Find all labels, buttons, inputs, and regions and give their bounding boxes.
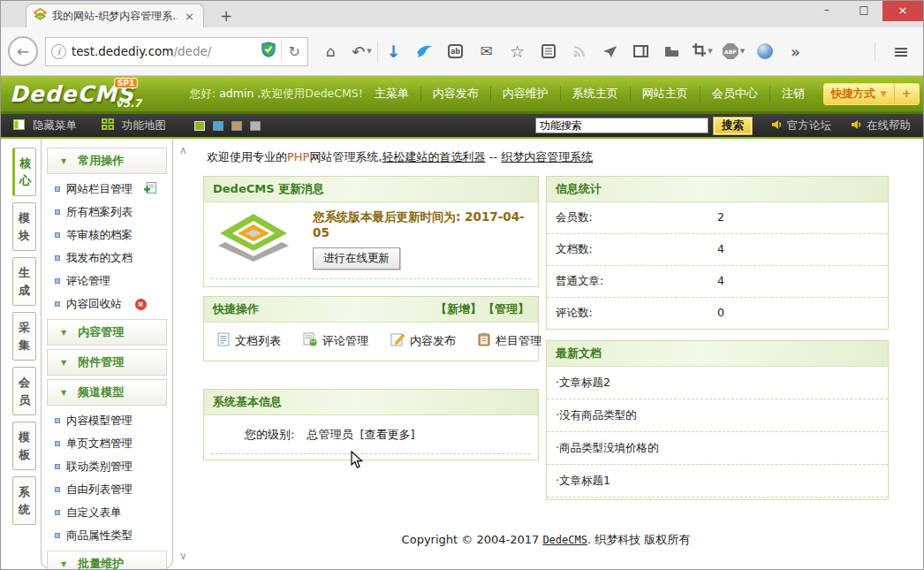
copyright-footer: Copyright © 2004-2017 DedeCMS. 织梦科技 版权所有 [203, 532, 889, 548]
rss-icon[interactable] [564, 44, 595, 58]
latest-doc-item[interactable]: ·没有商品类型的 [547, 399, 888, 432]
minimize-button[interactable]: – [808, 1, 845, 21]
dedecms-logo[interactable]: DedeCMS SP1 v5.7 [10, 81, 158, 107]
section-collapse-icon: ▼ [61, 157, 66, 165]
feature-map-button[interactable]: 功能地图 [122, 118, 166, 133]
nav-logout[interactable]: 注销 [769, 86, 816, 102]
download-icon[interactable]: ↓ [378, 42, 409, 61]
send-icon[interactable] [595, 45, 625, 58]
menu-item-my-documents[interactable]: 我发布的文档 [45, 247, 169, 270]
menu-item-comment-manage[interactable]: 评论管理 [45, 270, 169, 293]
menu-section-batch-maintain[interactable]: ▼ 批量维护 [47, 551, 167, 569]
menu-item-content-model[interactable]: 内容模型管理 [45, 409, 169, 432]
browser-tab[interactable]: 我的网站-织梦内容管理系... × [26, 4, 204, 27]
mail-icon[interactable]: ✉ [471, 42, 502, 60]
view-more-link[interactable]: [查看更多] [360, 428, 414, 441]
menu-section-channel-model[interactable]: ▼ 频道模型 [47, 379, 167, 406]
theme-swatch-tan[interactable] [231, 121, 242, 131]
nav-site-home[interactable]: 网站主页 [630, 86, 700, 102]
bookmark-star-icon[interactable]: ☆ [502, 42, 533, 61]
quick-link-column-manage[interactable]: 栏目管理 [478, 332, 542, 349]
maximize-button[interactable]: □ [845, 1, 882, 21]
menu-section-content[interactable]: ▼ 内容管理 [47, 319, 167, 346]
stats-row-comments: 评论数:0 [547, 298, 888, 329]
tab-close-icon[interactable]: × [183, 10, 196, 23]
dedecms-footer-link[interactable]: DedeCMS [542, 534, 587, 546]
nav-member-center[interactable]: 会员中心 [700, 86, 769, 102]
theme-swatch-blue[interactable] [213, 121, 223, 131]
globe-icon[interactable] [757, 43, 773, 59]
screenshot-crop-icon[interactable] [693, 43, 706, 60]
latest-doc-item[interactable]: ·文章标题1 [547, 465, 888, 498]
welcome-link[interactable]: 轻松建站的首选利器 [382, 150, 486, 163]
nav-system-home[interactable]: 系统主页 [560, 86, 630, 102]
menu-section-attachment[interactable]: ▼ 附件管理 [47, 349, 167, 376]
home-icon[interactable]: ⌂ [315, 42, 346, 60]
sidebar-scroll-column: ∧ ∨ [173, 139, 198, 569]
latest-doc-item[interactable]: ·商品类型没填价格的 [547, 432, 888, 465]
quick-link-comment-manage[interactable]: 评论管理 [303, 332, 368, 349]
shortcut-add-button[interactable]: + [894, 84, 919, 104]
folder-icon[interactable] [656, 46, 687, 57]
adblock-dropdown-icon[interactable]: ▼ [740, 48, 745, 55]
online-update-button[interactable]: 进行在线更新 [313, 247, 400, 270]
url-bar[interactable]: i test.dedediy.com/dede/ ↻ [45, 37, 308, 66]
shortcut-button[interactable]: 快捷方式▼ [824, 84, 894, 104]
menu-item-pending-archives[interactable]: 等审核的档案 [45, 224, 169, 247]
module-tabstrip: 核心 模块 生成 采集 会员 模板 系统 [12, 139, 39, 569]
undo-dropdown-icon[interactable]: ▼ [367, 48, 371, 55]
scroll-up-icon[interactable]: ∧ [179, 144, 187, 156]
menu-item-linkage-category[interactable]: 联动类别管理 [45, 455, 169, 478]
sidebar-window-icon[interactable] [625, 45, 656, 57]
welcome-link[interactable]: 织梦内容管理系统 [501, 150, 593, 163]
menu-item-recycle-bin[interactable]: 内容回收站 × [45, 293, 169, 315]
overflow-more-icon[interactable]: » [780, 42, 811, 61]
translate-icon[interactable]: ab [448, 44, 463, 58]
module-tab-member[interactable]: 会员 [12, 367, 36, 415]
bullet-icon [55, 487, 60, 492]
menu-section-common[interactable]: ▼ 常用操作 [47, 148, 167, 174]
quick-link-document-list[interactable]: 文档列表 [217, 332, 281, 349]
quick-manage-link[interactable]: 【管理】 [483, 301, 529, 317]
menu-item-single-page[interactable]: 单页文档管理 [45, 432, 169, 455]
new-tab-button[interactable]: + [215, 4, 238, 27]
scroll-down-icon[interactable]: ∨ [179, 550, 187, 562]
bird-icon[interactable] [409, 44, 440, 58]
menu-item-all-archives[interactable]: 所有档案列表 [45, 201, 169, 224]
function-search-input[interactable] [535, 118, 708, 133]
menu-item-custom-form[interactable]: 自定义表单 [45, 501, 169, 524]
module-tab-core[interactable]: 核心 [12, 148, 36, 196]
screenshot-dropdown-icon[interactable]: ▼ [708, 48, 712, 55]
adblock-abp-icon[interactable]: ABP [723, 43, 738, 59]
theme-swatch-green[interactable] [194, 121, 205, 131]
quick-add-link[interactable]: 【新增】 [435, 301, 481, 317]
online-help-link[interactable]: 在线帮助 [851, 118, 911, 133]
menu-item-free-list[interactable]: 自由列表管理 [45, 478, 169, 501]
forum-link[interactable]: 官方论坛 [771, 118, 831, 133]
undo-icon[interactable]: ↶ [352, 42, 365, 61]
nav-main-menu[interactable]: 主菜单 [363, 86, 420, 102]
site-safety-shield-icon[interactable] [261, 42, 276, 61]
nav-content-publish[interactable]: 内容发布 [420, 86, 490, 102]
module-tab-template[interactable]: 模板 [12, 422, 36, 470]
module-tab-system[interactable]: 系统 [12, 476, 36, 525]
url-text[interactable]: test.dedediy.com/dede/ [72, 44, 256, 58]
quick-link-content-publish[interactable]: 内容发布 [390, 332, 456, 349]
module-tab-collect[interactable]: 采集 [12, 312, 36, 361]
menu-item-product-attribute[interactable]: 商品属性类型 [45, 524, 169, 547]
theme-swatch-gray[interactable] [250, 121, 261, 131]
back-button[interactable]: ← [8, 36, 38, 66]
module-tab-generate[interactable]: 生成 [12, 257, 36, 306]
close-button[interactable]: × [882, 1, 923, 21]
info-icon[interactable]: i [51, 44, 66, 59]
notes-icon[interactable] [533, 44, 564, 58]
module-tab-modules[interactable]: 模块 [12, 202, 36, 251]
reload-icon[interactable]: ↻ [287, 43, 302, 60]
latest-doc-item[interactable]: ·文章标题2 [547, 367, 888, 399]
hamburger-menu-icon[interactable]: ≡ [886, 41, 916, 63]
hide-menu-button[interactable]: 隐藏菜单 [33, 118, 77, 133]
nav-content-maintain[interactable]: 内容维护 [490, 86, 560, 102]
menu-item-site-column-manage[interactable]: 网站栏目管理 [45, 178, 169, 201]
stat-value: 2 [717, 210, 724, 225]
search-button[interactable]: 搜索 [714, 118, 752, 134]
